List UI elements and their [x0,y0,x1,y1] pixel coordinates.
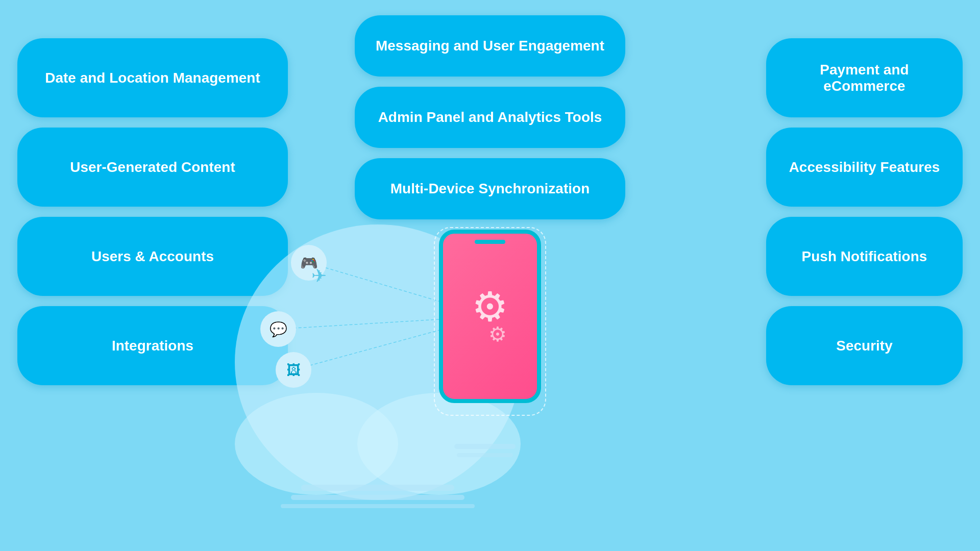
security-label: Security [836,338,893,354]
messaging-pill[interactable]: Messaging and User Engagement [355,15,625,77]
svg-rect-6 [454,444,516,449]
date-location-pill[interactable]: Date and Location Management [17,38,288,117]
user-generated-label: User-Generated Content [70,159,235,176]
image-icon: 🖼 [276,352,311,388]
push-notifications-pill[interactable]: Push Notifications [766,217,963,296]
gear-small-icon: ⚙ [488,322,507,346]
accessibility-pill[interactable]: Accessibility Features [766,128,963,207]
admin-panel-pill[interactable]: Admin Panel and Analytics Tools [355,87,625,148]
date-location-label: Date and Location Management [45,70,260,86]
gear-large-icon: ⚙ [472,287,508,328]
admin-panel-label: Admin Panel and Analytics Tools [378,109,602,126]
phone-illustration: ⚙ ⚙ [439,230,541,403]
messaging-label: Messaging and User Engagement [376,38,604,54]
svg-rect-4 [291,495,464,500]
payment-pill[interactable]: Payment and eCommerce [766,38,963,117]
security-pill[interactable]: Security [766,306,963,385]
svg-rect-7 [457,453,513,457]
users-accounts-label: Users & Accounts [91,248,214,265]
right-column: Payment and eCommerce Accessibility Feat… [766,0,963,385]
paper-plane-icon: ✈ [311,265,327,287]
svg-rect-5 [281,504,475,508]
accessibility-label: Accessibility Features [789,159,940,176]
svg-rect-3 [301,485,454,491]
payment-label: Payment and eCommerce [781,62,947,94]
chat-icon: 💬 [260,311,296,347]
push-notifications-label: Push Notifications [802,248,927,265]
integrations-label: Integrations [112,338,193,354]
